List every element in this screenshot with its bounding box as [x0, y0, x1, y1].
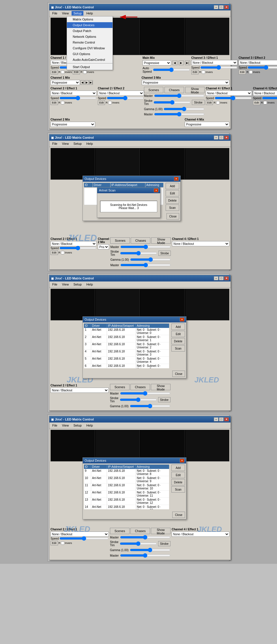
menu-network-options[interactable]: Network Options	[67, 34, 113, 40]
menu-file-2[interactable]: File	[50, 141, 59, 146]
scenes-btn[interactable]: Scenes	[144, 87, 163, 93]
edit-3[interactable]: Edit	[171, 331, 185, 337]
ch4-sel-b2[interactable]: None / Blackout	[172, 241, 229, 246]
play-btn[interactable]: ▶	[179, 61, 184, 65]
show-mode-b2[interactable]: Show Mode	[151, 237, 171, 244]
file-3[interactable]: File	[50, 282, 59, 287]
gamma-4[interactable]	[130, 548, 171, 552]
ch2-e1-edit[interactable]: Edit	[50, 100, 58, 105]
device-row-4-4[interactable]: 13 Art-Net 192.168.6.18 Net: 0 · Subnet:…	[84, 498, 169, 505]
devices-table-4[interactable]: 9 Art-Net 192.168.6.18 Net: 0 · Subnet: …	[84, 469, 169, 509]
device-row-3-1[interactable]: 2 Art-Net 192.168.6.18 Net: 0 · Subnet: …	[84, 335, 169, 342]
ch1-e1-edit2-btn[interactable]: Edit	[73, 70, 80, 74]
menu-help[interactable]: Help	[85, 11, 95, 16]
close-btn-2[interactable]: ✕	[224, 136, 229, 140]
menu-matrix-options[interactable]: Matrix Options	[67, 16, 113, 22]
view-3[interactable]: View	[60, 282, 71, 287]
device-row-3-4[interactable]: 5 Art-Net 192.168.6.18 Net: 0 · Subnet: …	[84, 357, 169, 364]
device-row-4-1[interactable]: 10 Art-Net 192.168.6.18 Net: 0 · Subnet:…	[84, 476, 169, 483]
sm-3[interactable]: Show Mode	[151, 384, 171, 390]
master-4[interactable]	[120, 535, 171, 540]
device-row-3-0[interactable]: 1 Art-Net 192.168.6.18 Net: 0 · Subnet: …	[84, 328, 169, 335]
scenes-4[interactable]: Scenes	[110, 528, 130, 534]
menu-audio-autogain[interactable]: Audio AutoGainControl	[67, 57, 113, 63]
menu-setup[interactable]: Setup	[72, 11, 83, 16]
master-3[interactable]	[120, 391, 171, 396]
delete-btn-2[interactable]: Delete	[166, 197, 179, 204]
ch2-e2-edit[interactable]: Edit	[98, 100, 105, 105]
ch4-e2-inv[interactable]	[263, 101, 267, 104]
chases-btn[interactable]: Chases	[164, 87, 184, 93]
setup-4[interactable]: Setup	[72, 423, 83, 428]
max-3[interactable]: □	[219, 276, 224, 280]
ch4-e2-speed[interactable]	[262, 96, 277, 100]
ch1-mix-select[interactable]: Progressive	[50, 80, 80, 85]
device-row-3-3[interactable]: 4 Art-Net 192.168.6.18 Net: 0 · Subnet: …	[84, 350, 169, 357]
next-btn[interactable]: ▶|	[185, 61, 190, 65]
device-row-4-0[interactable]: 9 Art-Net 192.168.6.18 Net: 0 · Subnet: …	[84, 469, 169, 476]
master2-slider[interactable]	[154, 112, 205, 116]
ch2-e2-select[interactable]: None / Blackout	[98, 91, 144, 96]
delete-3[interactable]: Delete	[171, 338, 185, 344]
max-4[interactable]: □	[219, 417, 224, 421]
view-4[interactable]: View	[60, 423, 71, 428]
device-row-4-3[interactable]: 12 Art-Net 192.168.6.18 Net: 0 · Subnet:…	[84, 491, 169, 498]
ch4-e2-select[interactable]: None / Blackout	[253, 91, 277, 96]
device-row-4-5[interactable]: 14 Art-Net 192.168.6.18 Net: 0 · Subnet:…	[84, 505, 169, 509]
chases-4[interactable]: Chases	[130, 528, 150, 534]
strobe-btn-3[interactable]: Strobe	[158, 397, 171, 402]
menu-start-output[interactable]: Start Output	[67, 64, 113, 70]
add-4[interactable]: Add	[171, 465, 185, 471]
ch3-e1-speed-slider[interactable]	[200, 66, 237, 69]
ch4-mix-select[interactable]: Progressive	[185, 122, 229, 127]
strobe-btn-4[interactable]: Strobe	[158, 541, 171, 546]
ch2-edit-4[interactable]: Edit	[50, 541, 58, 545]
show-mode-btn[interactable]: Show Mode	[185, 87, 205, 93]
chases-b2[interactable]: Chases	[131, 237, 150, 244]
ch1-e2-invers-check[interactable]	[83, 70, 87, 74]
edit-4[interactable]: Edit	[171, 472, 185, 478]
master-b2[interactable]	[120, 245, 171, 249]
add-btn-2[interactable]: Add	[166, 183, 179, 189]
maximize-button[interactable]: □	[219, 5, 224, 9]
ch2-inv-b2[interactable]	[61, 251, 64, 254]
ch3-mix-select[interactable]: Progressive	[142, 80, 230, 85]
ch3-e1-edit-btn[interactable]: Edit	[191, 70, 199, 74]
ch2-edit-b2[interactable]: Edit	[50, 250, 58, 255]
ch2-speed-4[interactable]	[59, 537, 109, 540]
cls-4[interactable]: ✕	[224, 417, 229, 421]
gamma-b2[interactable]	[130, 257, 171, 262]
gamma-slider[interactable]	[164, 107, 204, 111]
minimize-button[interactable]: –	[214, 5, 218, 9]
master2-b2[interactable]	[120, 263, 171, 267]
menu-setup-2[interactable]: Setup	[72, 141, 83, 146]
chases-3[interactable]: Chases	[130, 384, 150, 390]
edit-btn-2[interactable]: Edit	[166, 190, 179, 196]
maximize-btn-2[interactable]: □	[219, 136, 224, 140]
ch1-e1-invers-check[interactable]	[61, 70, 64, 74]
ch4-e1-inv[interactable]	[216, 101, 220, 104]
menu-help-2[interactable]: Help	[85, 141, 95, 146]
ch4-e2-edit[interactable]: Edit	[253, 100, 261, 105]
cls-3[interactable]: ✕	[224, 276, 229, 280]
ch2-sel-3[interactable]: None / Blackout	[50, 388, 109, 393]
ch2-speed-b2[interactable]	[59, 246, 97, 250]
menu-gui-options[interactable]: GUI Options	[67, 51, 113, 57]
ch3-e2-inv[interactable]	[249, 70, 252, 74]
scenes-3[interactable]: Scenes	[110, 384, 130, 390]
prev-btn[interactable]: ◀	[172, 61, 177, 65]
scan-btn-2[interactable]: Scan	[166, 204, 179, 211]
scan-4[interactable]: Scan	[171, 486, 185, 493]
sm-4[interactable]: Show Mode	[151, 528, 171, 534]
ch2-e2-inv[interactable]	[108, 101, 112, 104]
strobe-btn-b2[interactable]: Strobe	[158, 251, 171, 256]
gamma-3[interactable]	[130, 404, 171, 408]
ch1-e1-edit-btn[interactable]: Edit	[50, 70, 58, 74]
device-row-4-2[interactable]: 11 Art-Net 192.168.6.18 Net: 0 · Subnet:…	[84, 483, 169, 491]
add-3[interactable]: Add	[171, 324, 185, 330]
ch2-mix-select[interactable]: Progressive	[50, 122, 95, 127]
delete-4[interactable]: Delete	[171, 479, 185, 485]
ch3-e2-edit-btn[interactable]: Edit	[239, 70, 246, 74]
auto-speed-slider[interactable]	[153, 68, 190, 72]
od-close-x-2[interactable]: ✕	[174, 177, 179, 181]
